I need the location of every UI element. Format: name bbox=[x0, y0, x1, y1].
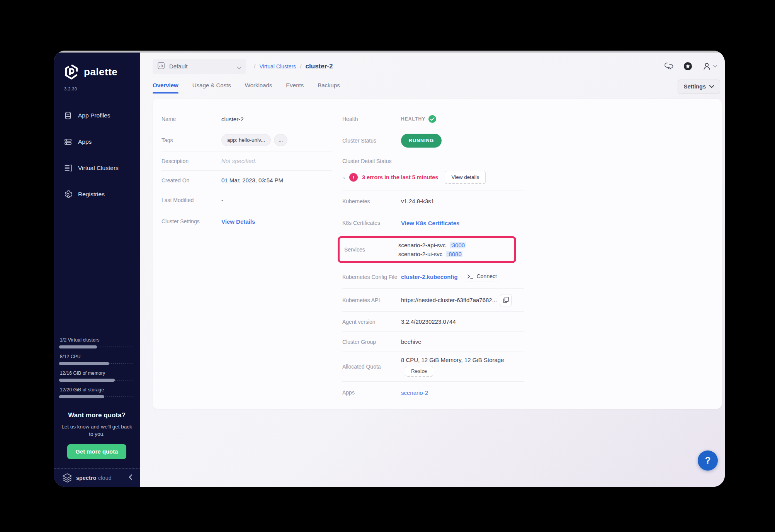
row-cluster-status: Cluster Status RUNNING bbox=[342, 129, 524, 152]
tab-workloads[interactable]: Workloads bbox=[245, 82, 272, 93]
check-circle-icon bbox=[428, 115, 436, 123]
gear-icon bbox=[64, 190, 72, 199]
tab-usage-costs[interactable]: Usage & Costs bbox=[192, 82, 231, 93]
quota-meter-cpu: 8/12 CPU bbox=[59, 354, 133, 365]
brand-logo-row: palette bbox=[54, 53, 140, 80]
quota-meter-track bbox=[59, 379, 133, 382]
description-value: Not specified. bbox=[221, 158, 257, 164]
sidebar-item-label: Virtual Clusters bbox=[78, 165, 119, 172]
sidebar-footer: spectro cloud bbox=[54, 468, 140, 487]
cluster-list-icon bbox=[64, 164, 72, 172]
quota-meter-track bbox=[59, 345, 133, 348]
sidebar-nav: App Profiles Apps bbox=[54, 107, 140, 212]
row-kubernetes-version: Kubernetes v1.24.8-k3s1 bbox=[342, 190, 524, 212]
view-details-link[interactable]: View Details bbox=[221, 218, 255, 225]
sidebar: palette 3.2.30 App Profiles bbox=[54, 53, 140, 487]
name-label: Name bbox=[161, 116, 221, 122]
breadcrumb-current-cluster: cluster-2 bbox=[306, 63, 333, 70]
project-selector[interactable]: Default bbox=[153, 59, 246, 74]
connect-button[interactable]: Connect bbox=[465, 272, 499, 282]
feedback-chat-icon[interactable] bbox=[664, 62, 673, 71]
cluster-group-label: Cluster Group bbox=[342, 339, 401, 345]
quota-meter-fill bbox=[59, 362, 109, 365]
quota-meter-storage: 12/20 GiB of storage bbox=[59, 387, 133, 398]
health-label: Health bbox=[342, 116, 401, 122]
quota-meter-fill bbox=[59, 379, 115, 382]
copy-icon bbox=[503, 297, 509, 303]
spectro-cloud-logo-icon bbox=[62, 473, 72, 483]
quota-meter-label: 1/2 Virtual clusters bbox=[60, 337, 133, 343]
copy-api-url-button[interactable] bbox=[500, 294, 512, 306]
main-area: Default / Virtual Clusters / cluster-2 bbox=[140, 53, 725, 487]
sidebar-item-apps[interactable]: Apps bbox=[54, 133, 140, 151]
tags-label: Tags bbox=[161, 137, 221, 143]
services-list: scenario-2-api-svc :3000 scenario-2-ui-s… bbox=[398, 242, 466, 257]
cluster-name-value: cluster-2 bbox=[221, 116, 244, 122]
app-window: palette 3.2.30 App Profiles bbox=[54, 51, 725, 487]
get-more-quota-button[interactable]: Get more quota bbox=[67, 444, 127, 459]
help-button[interactable]: ? bbox=[698, 450, 718, 471]
service-name: scenario-2-ui-svc bbox=[398, 251, 442, 257]
breadcrumb: / Virtual Clusters / cluster-2 bbox=[254, 63, 333, 70]
tab-backups[interactable]: Backups bbox=[318, 82, 340, 93]
last-modified-value: - bbox=[221, 197, 223, 203]
project-selector-value: Default bbox=[169, 63, 233, 70]
service-row: scenario-2-ui-svc :8080 bbox=[398, 251, 466, 257]
service-port-link[interactable]: :3000 bbox=[450, 242, 466, 248]
row-agent-version: Agent version 3.2.4/20230223.0744 bbox=[342, 312, 524, 332]
last-modified-label: Last Modified bbox=[161, 197, 221, 203]
footer-brand-primary: spectro bbox=[76, 475, 97, 481]
kubeconfig-download-link[interactable]: cluster-2.kubeconfig bbox=[401, 274, 458, 280]
app-scenario-2-link[interactable]: scenario-2 bbox=[401, 389, 428, 396]
quota-meters: 1/2 Virtual clusters 8/12 CPU 12/16 GiB … bbox=[54, 337, 140, 404]
quota-meter-label: 8/12 CPU bbox=[60, 354, 133, 359]
breadcrumb-virtual-clusters[interactable]: Virtual Clusters bbox=[259, 63, 296, 70]
tab-events[interactable]: Events bbox=[286, 82, 304, 93]
cluster-detail-status-label: Cluster Detail Status bbox=[342, 158, 392, 164]
view-details-button[interactable]: View details bbox=[445, 171, 486, 184]
footer-brand-secondary: cloud bbox=[98, 475, 112, 481]
service-row: scenario-2-api-svc :3000 bbox=[398, 242, 466, 248]
running-status-badge: RUNNING bbox=[401, 134, 442, 148]
service-port-link[interactable]: :8080 bbox=[446, 251, 462, 257]
resize-button[interactable]: Resize bbox=[405, 366, 433, 377]
sidebar-item-virtual-clusters[interactable]: Virtual Clusters bbox=[54, 159, 140, 177]
tags-more-pill[interactable]: ... bbox=[274, 134, 287, 146]
project-chart-icon bbox=[157, 62, 165, 71]
quota-meter-fill bbox=[59, 395, 104, 398]
user-menu[interactable] bbox=[702, 62, 717, 71]
database-icon bbox=[64, 111, 72, 120]
row-tags: Tags app: hello-univ... ... bbox=[161, 129, 332, 151]
tag-pill[interactable]: app: hello-univ... bbox=[221, 134, 271, 146]
health-badge: HEALTHY bbox=[401, 115, 436, 123]
chevron-down-icon bbox=[709, 85, 714, 88]
apps-label: Apps bbox=[342, 389, 401, 396]
tabs: Overview Usage & Costs Workloads Events … bbox=[153, 82, 340, 93]
tabs-row: Overview Usage & Costs Workloads Events … bbox=[140, 74, 725, 93]
cluster-settings-label: Cluster Settings bbox=[161, 218, 221, 224]
notifications-star-icon[interactable] bbox=[683, 62, 692, 71]
kubernetes-api-label: Kubernetes API bbox=[342, 297, 401, 303]
cluster-status-column: Health HEALTHY Cluster Status RUNNING bbox=[342, 109, 524, 409]
kubeconfig-label: Kubernetes Config File bbox=[342, 274, 401, 280]
expand-errors-chevron-icon[interactable]: › bbox=[343, 174, 345, 181]
cluster-group-value: beehive bbox=[401, 338, 421, 345]
row-health: Health HEALTHY bbox=[342, 109, 524, 129]
sidebar-item-app-profiles[interactable]: App Profiles bbox=[54, 107, 140, 124]
row-cluster-settings: Cluster Settings View Details bbox=[161, 210, 332, 233]
created-on-value: 01 Mar, 2023, 03:54 PM bbox=[221, 177, 283, 184]
settings-button[interactable]: Settings bbox=[678, 80, 720, 93]
error-summary-line: › ! 3 errors in the last 5 minutes View … bbox=[343, 171, 524, 184]
agent-version-value: 3.2.4/20230223.0744 bbox=[401, 318, 456, 325]
row-apps: Apps scenario-2 bbox=[342, 382, 524, 403]
agent-version-label: Agent version bbox=[342, 319, 401, 325]
sidebar-collapse-icon[interactable] bbox=[128, 474, 133, 482]
cluster-info-column: Name cluster-2 Tags app: hello-univ... .… bbox=[161, 109, 332, 409]
quota-meter-track bbox=[59, 395, 133, 398]
tab-overview[interactable]: Overview bbox=[153, 82, 178, 93]
view-k8s-certificates-link[interactable]: View K8s Certificates bbox=[401, 220, 459, 226]
sidebar-item-registries[interactable]: Registries bbox=[54, 185, 140, 203]
kubernetes-api-value: https://nested-cluster-63ffd7aa7682... bbox=[401, 297, 497, 303]
topbar: Default / Virtual Clusters / cluster-2 bbox=[140, 53, 725, 74]
quota-cta-title: Want more quota? bbox=[61, 411, 133, 419]
